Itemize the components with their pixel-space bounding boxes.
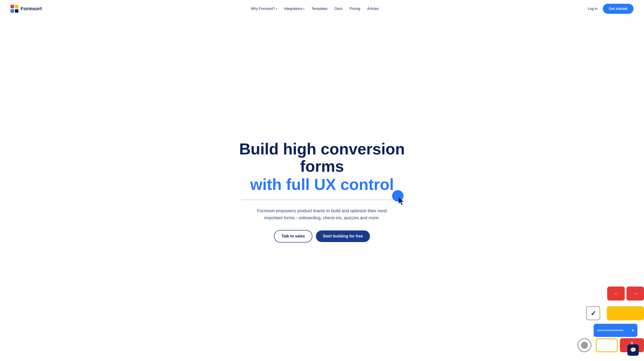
chevron-down-icon: ▾ — [632, 328, 634, 333]
check-icon: ✓ — [590, 310, 596, 317]
nav-item-why-formsort[interactable]: Why Formsort? ▾ — [251, 7, 277, 11]
chevron-down-icon: ▾ — [303, 7, 304, 10]
logo-link[interactable]: Formsort — [10, 5, 42, 13]
hero-content: Build high conversion forms with full UX… — [224, 140, 420, 242]
svg-rect-1 — [15, 5, 18, 8]
deco-yellow-outline — [596, 338, 618, 352]
get-started-button[interactable]: Get started — [603, 4, 634, 14]
deco-radio-inner — [581, 342, 588, 349]
deco-back-button: ← — [607, 286, 625, 300]
talk-to-sales-button[interactable]: Talk to sales — [274, 230, 312, 242]
deco-checkbox: ✓ — [586, 306, 600, 320]
deco-nav-buttons: ← → — [607, 286, 644, 300]
cursor-arrow-icon — [397, 197, 405, 206]
nav-links: Why Formsort? ▾ Integrations ▾ Templates… — [251, 7, 379, 11]
nav-item-templates[interactable]: Templates — [312, 7, 328, 11]
logo-text: Formsort — [20, 6, 42, 12]
svg-rect-3 — [15, 9, 18, 13]
chat-icon: 💬 — [630, 347, 636, 353]
nav-item-pricing[interactable]: Pricing — [350, 7, 360, 11]
login-link[interactable]: Log in — [588, 7, 598, 11]
navbar: Formsort Why Formsort? ▾ Integrations ▾ … — [0, 0, 644, 18]
nav-item-docs[interactable]: Docs — [334, 7, 342, 11]
deco-dropdown-line — [597, 330, 624, 331]
deco-fwd-button: → — [626, 286, 644, 300]
hero-section: Build high conversion forms with full UX… — [0, 18, 644, 361]
cursor-indicator — [386, 194, 404, 210]
svg-rect-0 — [10, 5, 14, 8]
logo-icon — [10, 5, 18, 13]
deco-yellow-bar — [607, 306, 644, 320]
hero-title-line2: with full UX control — [224, 175, 420, 194]
start-building-button[interactable]: Start building for free — [316, 230, 370, 242]
chevron-down-icon: ▾ — [276, 7, 277, 10]
deco-blue-dropdown: ▾ — [594, 324, 638, 337]
nav-item-integrations[interactable]: Integrations ▾ — [284, 7, 305, 11]
nav-item-articles[interactable]: Articles — [367, 7, 379, 11]
hero-description: Formsort empowers product teams to build… — [256, 207, 388, 221]
chat-widget[interactable]: 💬 — [627, 344, 639, 356]
hero-buttons: Talk to sales Start building for free — [224, 230, 420, 242]
hero-title-line1: Build high conversion forms — [224, 140, 420, 175]
svg-rect-2 — [10, 9, 14, 13]
hero-divider — [241, 199, 403, 200]
deco-radio — [578, 338, 592, 352]
nav-actions: Log in Get started — [588, 4, 634, 14]
